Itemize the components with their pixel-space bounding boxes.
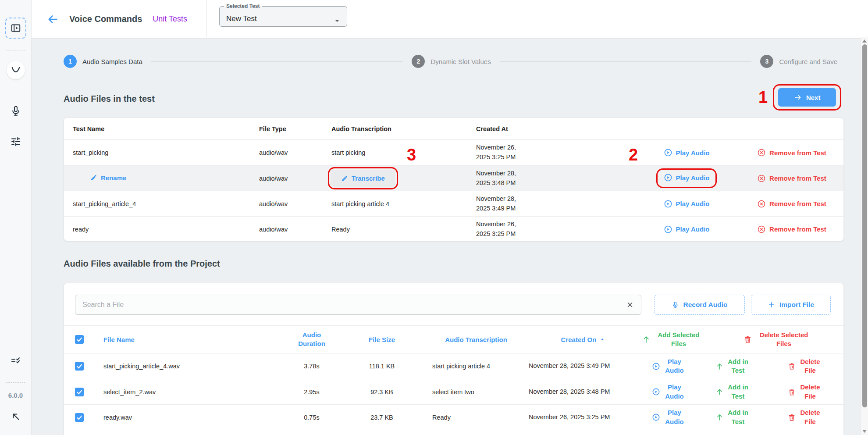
- test-files-heading: Audio Files in the test: [64, 94, 155, 104]
- play-audio-button[interactable]: Play Audio: [638, 357, 700, 375]
- step-3-label: Configure and Save: [779, 58, 837, 65]
- audio-duration: 2.95s: [283, 389, 340, 396]
- play-audio-button[interactable]: Play Audio: [638, 383, 700, 401]
- v-logo-icon: [10, 64, 21, 76]
- test-files-table: Test Name File Type Audio Transcription …: [64, 118, 844, 241]
- rename-button[interactable]: Rename: [90, 174, 126, 182]
- top-header: Voice Commands Unit Tests Selected Test …: [32, 0, 868, 39]
- collapse-button[interactable]: [11, 411, 21, 422]
- play-audio-button[interactable]: Play Audio: [664, 148, 710, 157]
- col-audio-transcription[interactable]: Audio Transcription: [423, 336, 529, 343]
- step-connector: [500, 61, 752, 62]
- select-all-checkbox[interactable]: [75, 335, 84, 344]
- annotation-box-2: Play Audio: [656, 168, 717, 188]
- row-checkbox[interactable]: [75, 387, 84, 397]
- annotation-number-2: 2: [629, 146, 638, 163]
- pencil-icon: [341, 175, 348, 182]
- created-at: November 26, 2025 3:25 PM: [476, 143, 528, 162]
- file-type: audio/wav: [259, 175, 331, 182]
- play-circle-icon: [664, 173, 672, 182]
- annotation-box-3: Transcribe: [328, 167, 398, 189]
- row-checkbox[interactable]: [75, 361, 84, 371]
- record-audio-button[interactable]: Record Audio: [655, 295, 745, 315]
- col-file-name[interactable]: File Name: [95, 336, 283, 343]
- add-in-test-button[interactable]: Add in Test: [700, 357, 765, 375]
- selected-test-dropdown[interactable]: Selected Test New Test: [219, 3, 347, 27]
- northwest-arrow-icon: [11, 411, 21, 422]
- sidebar-item-panel-toggle[interactable]: [5, 18, 26, 39]
- delete-selected-files-button[interactable]: Delete Selected Files: [743, 331, 812, 349]
- app-logo[interactable]: [7, 61, 25, 79]
- table-row: ready.wav 0.75s 23.7 KB Ready November 2…: [64, 404, 843, 430]
- file-type: audio/wav: [259, 200, 331, 207]
- play-circle-icon: [652, 388, 660, 396]
- search-input[interactable]: [75, 295, 619, 314]
- delete-file-button[interactable]: Delete File: [765, 383, 844, 401]
- play-audio-button[interactable]: Play Audio: [664, 200, 710, 208]
- play-audio-button[interactable]: Play Audio: [664, 173, 710, 182]
- trash-icon: [743, 335, 752, 344]
- audio-duration: 3.78s: [283, 363, 340, 370]
- col-audio-duration[interactable]: Audio Duration: [295, 331, 329, 349]
- sidebar-item-test-list[interactable]: [10, 355, 21, 367]
- remove-from-test-button[interactable]: Remove from Test: [757, 148, 826, 157]
- search-row: Record Audio Import File: [64, 283, 843, 325]
- import-file-button[interactable]: Import File: [751, 295, 831, 315]
- row-checkbox[interactable]: [75, 413, 84, 422]
- sidebar-item-microphone[interactable]: [10, 105, 21, 117]
- table-row: select_item_2.wav 2.95s 92.3 KB select i…: [64, 379, 843, 404]
- remove-from-test-button[interactable]: Remove from Test: [757, 174, 826, 183]
- play-audio-button[interactable]: Play Audio: [664, 225, 710, 234]
- add-selected-files-button[interactable]: Add Selected Files: [642, 331, 703, 349]
- test-name: ready: [73, 226, 259, 233]
- delete-file-button[interactable]: Delete File: [765, 408, 844, 426]
- next-button[interactable]: Next: [778, 88, 836, 107]
- pencil-icon: [90, 174, 97, 181]
- audio-duration: 0.75s: [283, 414, 340, 421]
- play-circle-icon: [664, 225, 672, 234]
- step-connector: [151, 61, 403, 62]
- scroll-up-icon[interactable]: [862, 39, 867, 43]
- table-row-editing: Rename audio/wav Transcribe November 28,…: [64, 165, 843, 191]
- cancel-circle-icon: [757, 148, 766, 157]
- selected-test-value: New Test: [226, 14, 257, 23]
- table-row: November 26, Play Audio Add in Test Dele…: [64, 430, 843, 435]
- back-button[interactable]: [46, 13, 59, 25]
- created-at: November 28, 2025 3:48 PM: [476, 169, 528, 188]
- file-name: start_picking_article_4.wav: [95, 363, 283, 370]
- remove-from-test-button[interactable]: Remove from Test: [757, 225, 826, 234]
- chevron-down-icon: [332, 15, 342, 26]
- stepper: 1 Audio Samples Data 2 Dynamic Slot Valu…: [64, 55, 837, 68]
- main-content: 1 Audio Samples Data 2 Dynamic Slot Valu…: [32, 39, 861, 435]
- delete-file-button[interactable]: Delete File: [765, 357, 844, 375]
- scroll-down-icon[interactable]: [862, 430, 867, 433]
- arrow-up-icon: [715, 413, 724, 421]
- cancel-circle-icon: [757, 225, 766, 234]
- remove-from-test-button[interactable]: Remove from Test: [757, 200, 826, 208]
- play-circle-icon: [652, 413, 660, 421]
- checklist-icon: [10, 355, 21, 367]
- file-name: ready.wav: [95, 414, 283, 421]
- trash-icon: [788, 414, 796, 421]
- sidebar-item-settings[interactable]: [10, 136, 21, 147]
- step-1-label: Audio Samples Data: [82, 58, 142, 65]
- step-3-circle: 3: [760, 55, 773, 68]
- vertical-scrollbar[interactable]: [861, 37, 868, 435]
- file-name: select_item_2.wav: [95, 389, 283, 396]
- add-in-test-button[interactable]: Add in Test: [700, 383, 765, 401]
- file-size: 118.1 KB: [340, 363, 423, 370]
- play-circle-icon: [664, 148, 672, 157]
- sidebar-divider: [6, 91, 25, 91]
- add-in-test-button[interactable]: Add in Test: [700, 408, 765, 426]
- play-circle-icon: [652, 362, 660, 371]
- step-2-circle: 2: [412, 55, 425, 68]
- annotation-number-3: 3: [407, 146, 416, 163]
- col-created-on[interactable]: Created On: [529, 336, 638, 343]
- step-1-circle: 1: [64, 55, 77, 68]
- scrollbar-thumb[interactable]: [862, 44, 867, 407]
- clear-search-button[interactable]: [619, 301, 641, 309]
- transcribe-button[interactable]: Transcribe: [331, 170, 395, 187]
- play-audio-button[interactable]: Play Audio: [638, 408, 700, 426]
- col-file-size[interactable]: File Size: [340, 336, 423, 343]
- microphone-icon: [10, 105, 21, 117]
